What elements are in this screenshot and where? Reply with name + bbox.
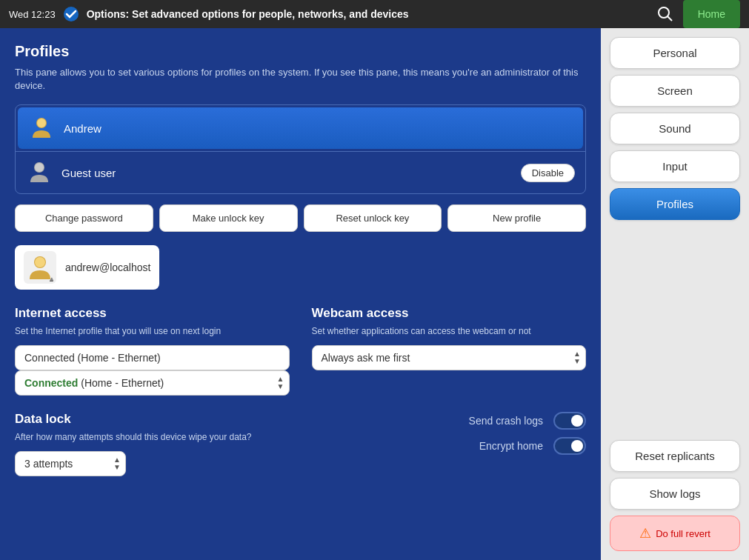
warning-icon: ⚠ bbox=[639, 525, 651, 541]
sidebar-spacer bbox=[610, 226, 740, 434]
app-logo bbox=[63, 6, 79, 22]
topbar-time: Wed 12:23 bbox=[9, 9, 56, 20]
do-full-revert-button[interactable]: ⚠ Do full revert bbox=[610, 516, 740, 551]
access-settings: Internet access Set the Internet profile… bbox=[15, 306, 586, 396]
search-button[interactable] bbox=[655, 4, 676, 24]
webcam-dropdown[interactable]: Always ask me first ▲ ▼ bbox=[312, 345, 587, 370]
encrypt-home-toggle[interactable] bbox=[553, 437, 586, 455]
attempts-arrows: ▲ ▼ bbox=[113, 456, 121, 471]
attempts-value: 3 attempts bbox=[24, 458, 73, 470]
home-button[interactable]: Home bbox=[683, 0, 740, 28]
profile-item-guest[interactable]: Guest user Disable bbox=[16, 151, 585, 193]
reset-replicants-button[interactable]: Reset replicants bbox=[610, 440, 740, 472]
webcam-access-col: Webcam access Set whether applications c… bbox=[312, 306, 587, 396]
internet-arrows: ▲ ▼ bbox=[277, 376, 284, 390]
send-crash-logs-row: Send crash logs bbox=[316, 412, 587, 430]
attempts-dropdown[interactable]: 3 attempts ▲ ▼ bbox=[15, 451, 126, 476]
send-crash-logs-toggle[interactable] bbox=[553, 412, 586, 430]
current-user-figure bbox=[27, 254, 53, 281]
reset-unlock-key-button[interactable]: Reset unlock key bbox=[304, 204, 442, 232]
webcam-access-desc: Set whether applications can access the … bbox=[312, 325, 587, 338]
internet-access-col: Internet access Set the Internet profile… bbox=[15, 306, 290, 396]
current-user-avatar: ▲ bbox=[24, 251, 56, 284]
internet-access-desc: Set the Internet profile that you will u… bbox=[15, 325, 290, 338]
topbar-title: Options: Set advanced options for people… bbox=[87, 8, 648, 20]
change-password-button[interactable]: Change password bbox=[15, 204, 153, 232]
sidebar-bottom: Reset replicants Show logs ⚠ Do full rev… bbox=[610, 440, 740, 551]
sidebar-input-button[interactable]: Input bbox=[610, 150, 740, 182]
svg-line-2 bbox=[668, 16, 672, 21]
internet-access-title: Internet access bbox=[15, 306, 290, 321]
connection-detail: (Home - Ethernet) bbox=[81, 377, 164, 389]
data-lock-desc: After how many attempts should this devi… bbox=[15, 431, 286, 444]
profile-avatar-guest bbox=[26, 159, 53, 186]
webcam-access-title: Webcam access bbox=[312, 306, 587, 321]
webcam-value: Always ask me first bbox=[322, 352, 410, 364]
sidebar-sound-button[interactable]: Sound bbox=[610, 113, 740, 144]
make-unlock-key-button[interactable]: Make unlock key bbox=[159, 204, 298, 232]
svg-point-8 bbox=[35, 257, 45, 267]
current-user-name: andrew@localhost bbox=[65, 261, 150, 273]
profile-avatar-andrew bbox=[28, 115, 55, 141]
toggles-section: Send crash logs Encrypt home bbox=[316, 412, 587, 462]
avatar-figure bbox=[29, 116, 54, 141]
profile-item-andrew[interactable]: Andrew bbox=[18, 107, 583, 149]
encrypt-home-label: Encrypt home bbox=[316, 440, 544, 452]
page-title: Profiles bbox=[15, 43, 586, 60]
new-profile-button[interactable]: New profile bbox=[447, 204, 586, 232]
topbar: Wed 12:23 Options: Set advanced options … bbox=[0, 0, 749, 28]
internet-select-wrap: Connected (Home - Ethernet) Connected (H… bbox=[15, 345, 290, 396]
attempts-select-wrap: 3 attempts ▲ ▼ bbox=[15, 451, 126, 476]
internet-select[interactable]: Connected (Home - Ethernet) bbox=[15, 345, 290, 370]
right-sidebar: Personal Screen Sound Input Profiles Res… bbox=[601, 28, 749, 560]
disable-guest-button[interactable]: Disable bbox=[521, 164, 575, 182]
profile-list: Andrew Guest user Disable bbox=[15, 104, 586, 194]
left-content: Profiles This pane allows you to set var… bbox=[0, 28, 601, 560]
svg-point-6 bbox=[35, 163, 44, 172]
sidebar-personal-button[interactable]: Personal bbox=[610, 37, 740, 69]
sidebar-profiles-button[interactable]: Profiles bbox=[610, 188, 740, 220]
current-user-panel: ▲ andrew@localhost bbox=[15, 245, 159, 290]
show-logs-button[interactable]: Show logs bbox=[610, 478, 740, 510]
profile-name-andrew: Andrew bbox=[64, 122, 573, 135]
profile-action-buttons: Change password Make unlock key Reset un… bbox=[15, 204, 586, 232]
svg-point-4 bbox=[37, 119, 46, 127]
sidebar-screen-button[interactable]: Screen bbox=[610, 75, 740, 107]
svg-point-1 bbox=[659, 7, 669, 18]
bottom-row: Data lock After how many attempts should… bbox=[15, 412, 586, 476]
do-full-revert-label: Do full revert bbox=[656, 528, 710, 539]
encrypt-home-row: Encrypt home bbox=[316, 437, 587, 455]
page-description: This pane allows you to set various opti… bbox=[15, 66, 586, 93]
profile-name-guest: Guest user bbox=[61, 167, 512, 179]
data-lock-row: 3 attempts ▲ ▼ bbox=[15, 451, 286, 476]
connected-label: Connected bbox=[24, 377, 78, 389]
search-icon bbox=[657, 6, 673, 22]
main-layout: Profiles This pane allows you to set var… bbox=[0, 28, 749, 560]
data-lock-title: Data lock bbox=[15, 412, 286, 427]
send-crash-logs-label: Send crash logs bbox=[316, 415, 544, 427]
internet-dropdown[interactable]: Connected (Home - Ethernet) ▲ ▼ bbox=[15, 370, 290, 396]
data-lock-section: Data lock After how many attempts should… bbox=[15, 412, 286, 476]
webcam-arrows: ▲ ▼ bbox=[573, 350, 581, 365]
webcam-select-wrap: Always ask me first ▲ ▼ bbox=[312, 345, 587, 370]
guest-avatar-figure bbox=[27, 160, 52, 185]
